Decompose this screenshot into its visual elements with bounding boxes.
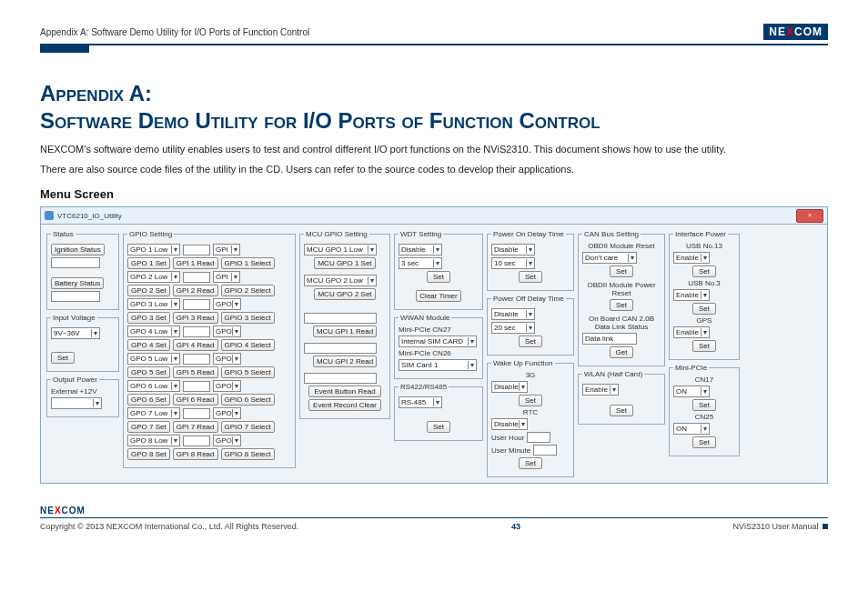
mcu-gpo2-select[interactable]: MCU GPO 2 Low▾ (304, 275, 377, 286)
gpio2-mode-select[interactable]: GPI▾ (213, 271, 240, 283)
pon-group: Power On Delay Time Disable▾ 10 sec▾ Set (487, 230, 574, 291)
mpcie-set2[interactable]: Set (692, 436, 716, 448)
wwan-sel2[interactable]: SIM Card 1▾ (399, 359, 477, 371)
gpo4-set[interactable]: GPO 4 Set (127, 339, 170, 351)
gpo6-select[interactable]: GPO 6 Low▾ (127, 380, 180, 392)
gpo2-select[interactable]: GPO 2 Low▾ (127, 271, 180, 283)
gpio7-select-btn[interactable]: GPIO 7 Select (221, 421, 275, 433)
mcu-gpo1-select[interactable]: MCU GPO 1 Low▾ (304, 244, 377, 255)
event-clear[interactable]: Event Record Clear (308, 399, 381, 411)
gpo2-set[interactable]: GPO 2 Set (127, 285, 170, 296)
can-set1[interactable]: Set (610, 265, 633, 277)
gpio8-select-btn[interactable]: GPIO 8 Select (221, 448, 275, 460)
gpio2-select-btn[interactable]: GPIO 2 Select (221, 285, 275, 296)
wake-set2[interactable]: Set (519, 457, 542, 469)
wdt-enable-select[interactable]: Disable▾ (399, 244, 442, 255)
mcu-gpi1-read[interactable]: MCU GPI 1 Read (313, 326, 377, 337)
gpo4-select[interactable]: GPO 4 Low▾ (127, 326, 180, 337)
gpio3-select-btn[interactable]: GPIO 3 Select (221, 312, 275, 324)
wake-sel1[interactable]: Disable▾ (491, 381, 528, 393)
wdt-group: WDT Setting Disable▾ 3 sec▾ Set Clear Ti… (394, 230, 483, 310)
can-get[interactable]: Get (610, 346, 633, 358)
gpio1-mode-select[interactable]: GPI▾ (213, 244, 240, 255)
ifp-group: Interface Power USB No.13 Enable▾ Set US… (669, 230, 740, 360)
wake-min[interactable] (533, 445, 557, 456)
gpi6-read[interactable]: GPI 6 Read (173, 394, 218, 406)
wdt-set[interactable]: Set (427, 271, 450, 283)
gpio4-select-btn[interactable]: GPIO 4 Select (221, 339, 275, 351)
gpo1-select[interactable]: GPO 1 Low▾ (127, 244, 180, 255)
ifp-sel3[interactable]: Enable▾ (673, 326, 710, 338)
ifp-sel2[interactable]: Enable▾ (673, 289, 710, 301)
poff-sel1[interactable]: Disable▾ (491, 308, 535, 320)
wwan-sel1[interactable]: Internal SIM CARD▾ (399, 336, 477, 347)
outp-select[interactable]: ▾ (51, 397, 102, 409)
inputv-select[interactable]: 9V~36V▾ (51, 327, 100, 339)
gpio6-select-btn[interactable]: GPIO 6 Select (221, 394, 275, 406)
wlan-sel[interactable]: Enable▾ (582, 384, 619, 396)
mpcie-sel1[interactable]: ON▾ (673, 386, 710, 397)
mpcie-set1[interactable]: Set (692, 399, 716, 411)
wlan-legend: WLAN (Half Card) (582, 370, 644, 378)
gpio4-mode-select[interactable]: GPO▾ (213, 326, 241, 337)
gpio1-select-btn[interactable]: GPIO 1 Select (221, 257, 275, 269)
inputv-set-button[interactable]: Set (51, 352, 75, 364)
can-group: CAN Bus Setting OBDII Module Reset Don't… (578, 230, 665, 366)
pon-sel2[interactable]: 10 sec▾ (491, 257, 535, 269)
gpo5-select[interactable]: GPO 5 Low▾ (127, 353, 180, 365)
gpo1-set[interactable]: GPO 1 Set (127, 257, 170, 269)
wdt-clear[interactable]: Clear Timer (416, 290, 460, 302)
gpi8-read[interactable]: GPI 8 Read (173, 448, 218, 460)
gpi1-read[interactable]: GPI 1 Read (173, 257, 218, 269)
can-set2[interactable]: Set (610, 299, 633, 311)
gpio5-mode-select[interactable]: GPO▾ (213, 353, 241, 365)
gpi4-read[interactable]: GPI 4 Read (173, 339, 218, 351)
gpio5-select-btn[interactable]: GPIO 5 Select (221, 366, 275, 378)
gpi7-read[interactable]: GPI 7 Read (173, 421, 218, 433)
ifp-set3[interactable]: Set (692, 340, 716, 352)
can-sel3[interactable]: Data link (582, 333, 637, 345)
pon-sel1[interactable]: Disable▾ (491, 244, 535, 255)
mcu-gpo1-set[interactable]: MCU GPO 1 Set (314, 257, 375, 269)
mcu-gpi2-read[interactable]: MCU GPI 2 Read (313, 356, 377, 367)
rs-set[interactable]: Set (427, 421, 450, 433)
gpio8-mode-select[interactable]: GPO▾ (213, 435, 241, 446)
gpo8-select[interactable]: GPO 8 Low▾ (127, 435, 180, 446)
ifp-set2[interactable]: Set (692, 303, 716, 315)
gpo7-select[interactable]: GPO 7 Low▾ (127, 407, 180, 419)
ignition-status-button[interactable]: Ignition Status (51, 244, 105, 255)
ifp-sel1[interactable]: Enable▾ (673, 252, 710, 264)
gpio6-mode-select[interactable]: GPO▾ (213, 380, 241, 392)
wdt-time-select[interactable]: 3 sec▾ (399, 257, 442, 269)
gpo5-set[interactable]: GPO 5 Set (127, 366, 170, 378)
gpo6-set[interactable]: GPO 6 Set (127, 394, 170, 406)
pon-set[interactable]: Set (519, 271, 542, 283)
poff-sel2[interactable]: 20 sec▾ (491, 322, 535, 334)
gpio3-mode-select[interactable]: GPO▾ (213, 298, 241, 310)
close-button[interactable]: × (796, 209, 823, 223)
chevron-down-icon: ▾ (171, 409, 177, 417)
gpi3-read[interactable]: GPI 3 Read (173, 312, 218, 324)
can-sel1[interactable]: Don't care▾ (582, 252, 637, 264)
rs-select[interactable]: RS-485▾ (399, 396, 442, 408)
event-read[interactable]: Event Button Read (308, 386, 381, 397)
gpo8-set[interactable]: GPO 8 Set (127, 448, 170, 460)
wdt-legend: WDT Setting (399, 230, 443, 238)
wake-sel2[interactable]: Disable▾ (491, 418, 528, 430)
gpi5-read[interactable]: GPI 5 Read (173, 366, 218, 378)
mcu-gpo2-set[interactable]: MCU GPO 2 Set (314, 288, 375, 300)
gpo3-select[interactable]: GPO 3 Low▾ (127, 298, 180, 310)
wlan-set[interactable]: Set (610, 405, 633, 416)
mpcie-sel2[interactable]: ON▾ (673, 423, 710, 435)
gpo3-set[interactable]: GPO 3 Set (127, 312, 170, 324)
wwan-l2: Mini-PCIe CN26 (399, 349, 479, 357)
wake-set1[interactable]: Set (519, 395, 542, 406)
wwan-l1: Mini-PCIe CN27 (399, 326, 479, 334)
gpio7-mode-select[interactable]: GPO▾ (213, 407, 241, 419)
wake-hour[interactable] (527, 432, 550, 443)
gpo7-set[interactable]: GPO 7 Set (127, 421, 170, 433)
gpi2-read[interactable]: GPI 2 Read (173, 285, 218, 296)
battery-status-button[interactable]: Battery Status (51, 277, 104, 289)
poff-set[interactable]: Set (519, 336, 542, 347)
ifp-set1[interactable]: Set (692, 265, 716, 277)
